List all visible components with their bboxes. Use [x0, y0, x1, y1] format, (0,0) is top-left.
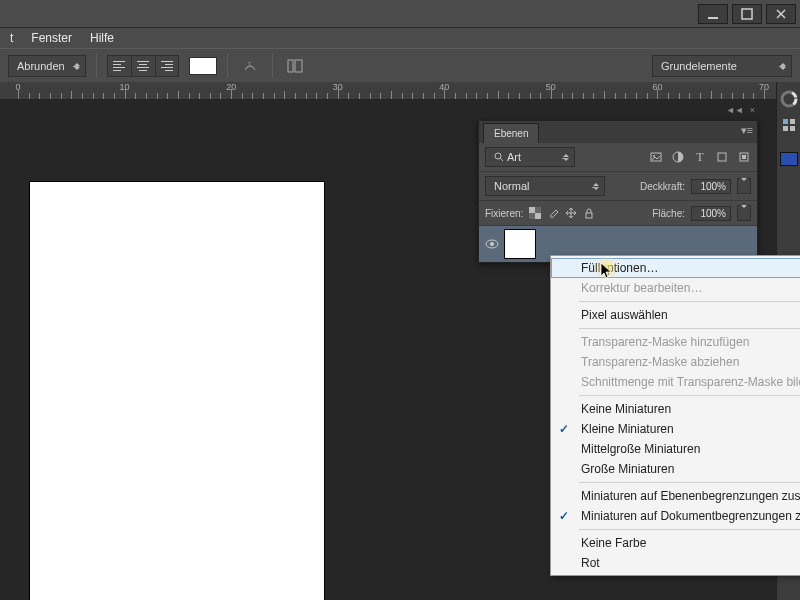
check-icon: ✓	[559, 509, 569, 523]
filter-shape-icon[interactable]	[715, 150, 729, 164]
ruler-label: 70	[759, 82, 769, 92]
context-menu-item[interactable]: Pixel auswählen	[551, 305, 800, 325]
window-close-button[interactable]	[766, 4, 796, 24]
document-canvas[interactable]	[30, 182, 324, 600]
context-menu-item[interactable]: Fülloptionen…	[551, 258, 800, 278]
menu-item-fenster[interactable]: Fenster	[31, 31, 72, 45]
filter-smart-icon[interactable]	[737, 150, 751, 164]
svg-rect-22	[529, 213, 535, 219]
svg-rect-0	[708, 17, 718, 19]
blend-mode-dropdown[interactable]: Normal	[485, 176, 605, 196]
ruler-label: 30	[333, 82, 343, 92]
context-menu-separator	[579, 301, 800, 302]
fill-slider-button[interactable]	[737, 205, 751, 221]
context-menu-separator	[579, 482, 800, 483]
panel-menu-icon[interactable]: ▾≡	[741, 124, 753, 137]
context-menu-item[interactable]: Keine Farbe	[551, 533, 800, 553]
svg-rect-9	[783, 126, 788, 131]
context-menu-item[interactable]: Mittelgroße Miniaturen	[551, 439, 800, 459]
ruler-label: 20	[226, 82, 236, 92]
svg-rect-10	[790, 126, 795, 131]
svg-rect-19	[529, 207, 535, 213]
fill-color-swatch[interactable]	[189, 57, 217, 75]
context-menu-item: Transparenz-Maske abziehen	[551, 352, 800, 372]
lock-transparency-icon[interactable]	[529, 207, 541, 219]
check-icon: ✓	[559, 422, 569, 436]
panels-toggle-button[interactable]	[283, 55, 307, 77]
svg-rect-8	[790, 119, 795, 124]
menu-item-hilfe[interactable]: Hilfe	[90, 31, 114, 45]
opacity-slider-button[interactable]	[737, 178, 751, 194]
layer-visibility-icon[interactable]	[485, 237, 499, 251]
svg-text:T: T	[247, 60, 252, 69]
menu-bar: t Fenster Hilfe	[0, 28, 800, 48]
filter-adjust-icon[interactable]	[671, 150, 685, 164]
svg-rect-20	[535, 213, 541, 219]
svg-rect-18	[742, 155, 746, 159]
layers-panel: ◄◄ × Ebenen ▾≡ Art T Normal Deckkraft: 1…	[478, 120, 758, 263]
context-menu-item: Schnittmenge mit Transparenz-Maske bilde…	[551, 372, 800, 392]
context-menu-separator	[579, 529, 800, 530]
fill-label: Fläche:	[652, 208, 685, 219]
ruler-label: 50	[546, 82, 556, 92]
layers-tab[interactable]: Ebenen	[483, 123, 539, 143]
svg-point-25	[490, 242, 494, 246]
opacity-value[interactable]: 100%	[691, 179, 731, 194]
window-maximize-button[interactable]	[732, 4, 762, 24]
options-bar: Abrunden T Grundelemente	[0, 48, 800, 84]
svg-line-12	[500, 158, 503, 161]
corner-mode-dropdown[interactable]: Abrunden	[8, 55, 86, 77]
context-menu-item[interactable]: Keine Miniaturen	[551, 399, 800, 419]
layer-filter-dropdown[interactable]: Art	[485, 147, 575, 167]
ruler-label: 40	[439, 82, 449, 92]
svg-rect-4	[295, 60, 302, 72]
panel-collapse-icon[interactable]: ◄◄	[726, 105, 744, 115]
align-left-button[interactable]	[107, 55, 131, 77]
ruler-label: 10	[120, 82, 130, 92]
context-menu-separator	[579, 395, 800, 396]
lock-position-icon[interactable]	[565, 207, 577, 219]
context-menu-item: Korrektur bearbeiten…	[551, 278, 800, 298]
mouse-cursor	[600, 262, 616, 278]
ruler-label: 0	[15, 82, 20, 92]
ruler-label: 60	[652, 82, 662, 92]
workspace-value: Grundelemente	[661, 60, 737, 72]
blend-mode-value: Normal	[494, 180, 529, 192]
layer-filter-label: Art	[507, 151, 521, 163]
corner-mode-value: Abrunden	[17, 60, 65, 72]
align-right-button[interactable]	[155, 55, 179, 77]
panel-close-icon[interactable]: ×	[750, 105, 755, 115]
foreground-color-swatch[interactable]	[780, 150, 798, 168]
svg-rect-16	[718, 153, 726, 161]
layer-thumbnail[interactable]	[505, 230, 535, 258]
align-center-button[interactable]	[131, 55, 155, 77]
swatches-icon[interactable]	[780, 116, 798, 134]
context-menu-item[interactable]: Große Miniaturen	[551, 459, 800, 479]
workspace-dropdown[interactable]: Grundelemente	[652, 55, 792, 77]
svg-rect-21	[535, 207, 541, 213]
context-menu-item[interactable]: Miniaturen auf Ebenenbegrenzungen zuschn…	[551, 486, 800, 506]
horizontal-ruler: 010203040506070	[0, 82, 776, 100]
menu-item-0[interactable]: t	[10, 31, 13, 45]
context-menu-separator	[579, 328, 800, 329]
fill-value[interactable]: 100%	[691, 206, 731, 221]
opacity-label: Deckkraft:	[640, 181, 685, 192]
filter-pixel-icon[interactable]	[649, 150, 663, 164]
svg-rect-7	[783, 119, 788, 124]
lock-pixels-icon[interactable]	[547, 207, 559, 219]
window-minimize-button[interactable]	[698, 4, 728, 24]
context-menu-item[interactable]: Kleine Miniaturen✓	[551, 419, 800, 439]
svg-rect-23	[586, 213, 592, 218]
lock-label: Fixieren:	[485, 208, 523, 219]
lock-all-icon[interactable]	[583, 207, 595, 219]
text-align-group	[107, 55, 179, 77]
svg-rect-3	[288, 60, 293, 72]
filter-type-icon[interactable]: T	[693, 150, 707, 164]
context-menu-item: Transparenz-Maske hinzufügen	[551, 332, 800, 352]
layer-thumbnail-context-menu: Fülloptionen…Korrektur bearbeiten…Pixel …	[550, 255, 800, 576]
warp-text-button[interactable]: T	[238, 55, 262, 77]
color-wheel-icon[interactable]	[780, 90, 798, 108]
svg-rect-1	[742, 9, 752, 19]
context-menu-item[interactable]: Rot	[551, 553, 800, 573]
context-menu-item[interactable]: Miniaturen auf Dokumentbegrenzungen zusc…	[551, 506, 800, 526]
